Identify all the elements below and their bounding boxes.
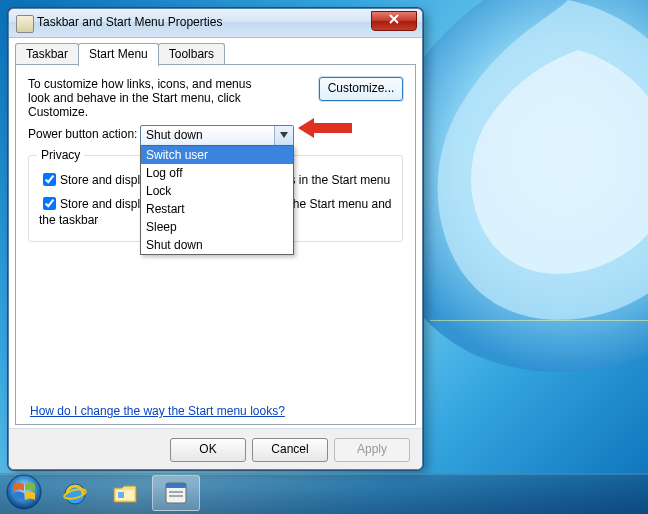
svg-rect-7 xyxy=(166,483,186,488)
tab-toolbars[interactable]: Toolbars xyxy=(158,43,225,64)
start-button[interactable] xyxy=(4,472,44,512)
tab-panel-start-menu: To customize how links, icons, and menus… xyxy=(15,64,416,425)
help-link[interactable]: How do I change the way the Start menu l… xyxy=(30,404,285,418)
taskbar-item-ie[interactable] xyxy=(52,477,98,511)
power-option-switch-user[interactable]: Switch user xyxy=(141,146,293,164)
privacy-legend: Privacy xyxy=(37,148,84,162)
close-button[interactable] xyxy=(371,11,417,31)
description-text: To customize how links, icons, and menus… xyxy=(28,77,258,119)
power-option-sleep[interactable]: Sleep xyxy=(141,218,293,236)
window-title: Taskbar and Start Menu Properties xyxy=(37,15,222,29)
folder-icon xyxy=(112,481,138,507)
power-action-combo[interactable]: Shut down xyxy=(140,125,294,147)
properties-dialog: Taskbar and Start Menu Properties Taskba… xyxy=(8,8,423,470)
tab-start-menu[interactable]: Start Menu xyxy=(78,43,159,66)
svg-rect-9 xyxy=(169,495,183,497)
ok-button[interactable]: OK xyxy=(170,438,246,462)
chevron-down-icon[interactable] xyxy=(274,126,293,146)
taskbar-item-properties[interactable] xyxy=(152,475,200,511)
customize-button[interactable]: Customize... xyxy=(319,77,403,101)
desktop: Taskbar and Start Menu Properties Taskba… xyxy=(0,0,648,514)
svg-rect-5 xyxy=(118,492,124,498)
power-option-restart[interactable]: Restart xyxy=(141,200,293,218)
checkbox-programs-input[interactable] xyxy=(43,173,56,186)
svg-rect-8 xyxy=(169,491,183,493)
svg-point-1 xyxy=(7,475,41,509)
power-option-lock[interactable]: Lock xyxy=(141,182,293,200)
power-option-log-off[interactable]: Log off xyxy=(141,164,293,182)
wallpaper-highlight xyxy=(430,320,648,321)
power-action-dropdown[interactable]: Switch userLog offLockRestartSleepShut d… xyxy=(140,145,294,255)
internet-explorer-icon xyxy=(62,481,88,507)
dialog-button-bar: OK Cancel Apply xyxy=(9,428,422,469)
combo-selected-text: Shut down xyxy=(146,128,203,142)
power-action-label: Power button action: xyxy=(28,127,137,141)
tab-taskbar[interactable]: Taskbar xyxy=(15,43,79,64)
apply-button: Apply xyxy=(334,438,410,462)
taskbar-item-explorer[interactable] xyxy=(102,477,148,511)
titlebar[interactable]: Taskbar and Start Menu Properties xyxy=(9,9,422,38)
client-area: TaskbarStart MenuToolbars To customize h… xyxy=(15,43,416,425)
taskbar[interactable] xyxy=(0,473,648,514)
app-icon xyxy=(16,15,34,33)
tab-strip: TaskbarStart MenuToolbars xyxy=(15,43,416,65)
checkbox-items-input[interactable] xyxy=(43,197,56,210)
cancel-button[interactable]: Cancel xyxy=(252,438,328,462)
properties-window-icon xyxy=(163,480,189,506)
power-option-shut-down[interactable]: Shut down xyxy=(141,236,293,254)
